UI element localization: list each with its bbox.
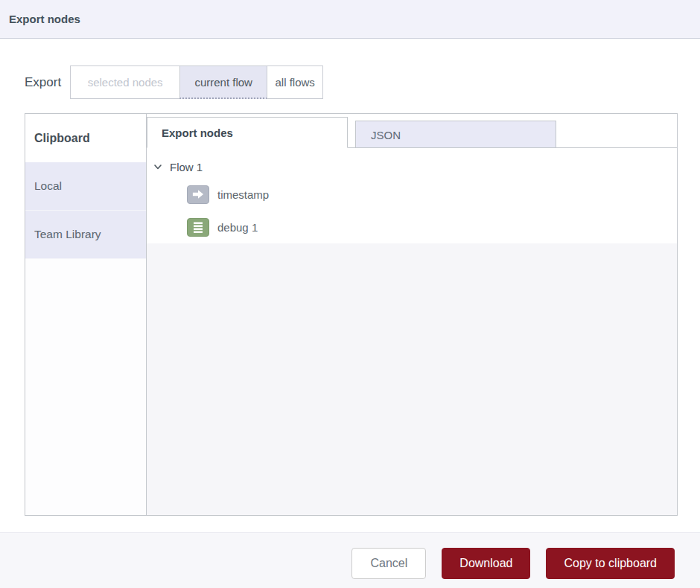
node-label: timestamp	[217, 188, 269, 201]
export-label: Export	[25, 75, 61, 90]
copy-to-clipboard-button[interactable]: Copy to clipboard	[546, 548, 675, 579]
download-button[interactable]: Download	[442, 548, 530, 579]
node-label: debug 1	[217, 221, 258, 234]
export-option-selected-nodes[interactable]: selected nodes	[70, 65, 180, 99]
flow-label: Flow 1	[170, 161, 203, 173]
tab-json[interactable]: JSON	[355, 121, 556, 148]
tree-row-flow-1[interactable]: Flow 1	[147, 156, 677, 178]
tree-row-timestamp[interactable]: timestamp	[147, 178, 677, 211]
export-option-all-flows[interactable]: all flows	[267, 65, 323, 99]
dialog-header: Export nodes	[0, 0, 700, 39]
export-destination-sidebar: Clipboard Local Team Library	[25, 114, 147, 515]
export-target-row: Export selected nodes current flow all f…	[25, 65, 323, 99]
export-content: Export nodes JSON Flow 1 timestamp	[147, 114, 677, 515]
sidebar-item-team-library[interactable]: Team Library	[25, 211, 146, 259]
cancel-button[interactable]: Cancel	[351, 548, 426, 579]
debug-lines-icon	[187, 218, 209, 237]
tree-empty-area	[147, 243, 677, 515]
dialog-footer: Cancel Download Copy to clipboard	[0, 532, 700, 588]
inject-arrow-icon	[187, 185, 209, 204]
chevron-down-icon[interactable]	[153, 162, 163, 172]
export-option-current-flow[interactable]: current flow	[179, 65, 267, 99]
export-panel: Clipboard Local Team Library Export node…	[25, 113, 678, 516]
tree-row-debug-1[interactable]: debug 1	[147, 211, 677, 243]
export-scope-group: selected nodes current flow all flows	[70, 65, 323, 99]
sidebar-item-clipboard[interactable]: Clipboard	[25, 114, 146, 162]
tab-export-nodes[interactable]: Export nodes	[147, 117, 348, 148]
dialog-title: Export nodes	[9, 13, 80, 25]
node-tree: Flow 1 timestamp	[147, 148, 677, 243]
tab-bar: Export nodes JSON	[147, 114, 677, 148]
sidebar-item-local[interactable]: Local	[25, 162, 146, 211]
